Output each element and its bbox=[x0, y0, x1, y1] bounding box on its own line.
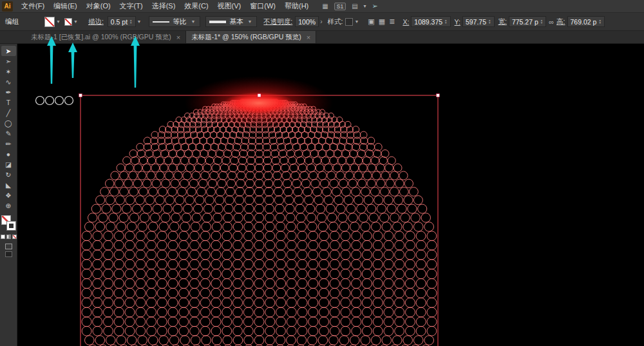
tab-title: 未标题-1 [已恢复].ai @ 100% (RGB/GPU 预览) bbox=[31, 33, 171, 42]
tab-close-icon[interactable]: × bbox=[176, 34, 180, 41]
fill-color-control[interactable]: ▼ bbox=[44, 17, 62, 27]
height-input[interactable]: 769.02 p ▲▼ bbox=[567, 16, 605, 27]
menu-item-5[interactable]: 选择(S) bbox=[147, 1, 180, 11]
share-icon[interactable]: ➢ bbox=[372, 2, 378, 10]
workspace-badge[interactable]: S1 bbox=[334, 3, 346, 10]
chevron-down-icon: ▼ bbox=[247, 19, 252, 24]
profile-preview-line bbox=[153, 21, 169, 23]
bounding-box-handle[interactable] bbox=[79, 94, 82, 97]
canvas-area[interactable] bbox=[17, 44, 644, 346]
style-swatch[interactable] bbox=[345, 18, 353, 26]
draw-normal-icon[interactable] bbox=[5, 244, 12, 249]
menu-items: 文件(F)编辑(E)对象(O)文字(T)选择(S)效果(C)视图(V)窗口(W)… bbox=[17, 1, 313, 11]
draw-mode-buttons bbox=[5, 244, 12, 257]
none-button[interactable] bbox=[12, 235, 17, 239]
stepper-icon[interactable]: ▲▼ bbox=[540, 19, 543, 24]
direct-selection-tool[interactable]: ➣ bbox=[1, 56, 16, 66]
chevron-down-icon[interactable]: ▾ bbox=[364, 3, 366, 9]
y-input[interactable]: 597.75 ▲▼ bbox=[462, 16, 495, 27]
line-segment-tool[interactable]: ╱ bbox=[1, 108, 16, 118]
x-input[interactable]: 1089.375 ▲▼ bbox=[411, 16, 450, 27]
menu-item-8[interactable]: 窗口(W) bbox=[245, 1, 280, 11]
panels-icon[interactable]: ▤ bbox=[352, 3, 357, 10]
color-button[interactable] bbox=[1, 235, 5, 239]
x-value: 1089.375 bbox=[414, 18, 442, 26]
opacity-label[interactable]: 不透明度: bbox=[263, 17, 292, 26]
align-icon[interactable]: ▦ bbox=[379, 17, 385, 26]
width-profile-dropdown[interactable]: 等比 ▼ bbox=[149, 16, 200, 27]
menu-bar: Ai 文件(F)编辑(E)对象(O)文字(T)选择(S)效果(C)视图(V)窗口… bbox=[0, 0, 644, 13]
profile-value: 等比 bbox=[173, 17, 186, 26]
stroke-color-control[interactable]: ▼ bbox=[64, 18, 79, 26]
y-value: 597.75 bbox=[466, 18, 486, 26]
constrain-proportions-link-icon[interactable]: ∞ bbox=[549, 18, 554, 26]
tab-bar: 未标题-1 [已恢复].ai @ 100% (RGB/GPU 预览)×未标题-1… bbox=[0, 31, 644, 44]
opacity-value: 100% bbox=[298, 18, 316, 26]
blob-brush-tool[interactable]: ● bbox=[1, 149, 16, 159]
stepper-icon[interactable]: ▲▼ bbox=[129, 19, 132, 24]
rotate-tool[interactable]: ↻ bbox=[1, 169, 16, 180]
document-tab-1[interactable]: 未标题-1 [已恢复].ai @ 100% (RGB/GPU 预览)× bbox=[26, 31, 186, 43]
opacity-input[interactable]: 100% bbox=[295, 16, 319, 27]
selection-type-label: 编组 bbox=[5, 17, 19, 26]
opacity-expand-icon[interactable]: › bbox=[320, 18, 322, 25]
bounding-box-handle[interactable] bbox=[258, 94, 261, 97]
stroke-swatch[interactable] bbox=[7, 222, 15, 230]
eraser-tool[interactable]: ◪ bbox=[1, 159, 16, 169]
menu-item-4[interactable]: 文字(T) bbox=[115, 1, 147, 11]
menu-item-1[interactable]: 文件(F) bbox=[17, 1, 49, 11]
stepper-icon[interactable]: ▲▼ bbox=[444, 19, 447, 24]
stroke-label[interactable]: 描边: bbox=[88, 17, 104, 26]
illustrator-logo: Ai bbox=[2, 1, 13, 12]
circle-sphere-artwork[interactable] bbox=[82, 99, 437, 346]
stroke-none-swatch[interactable] bbox=[64, 18, 72, 26]
magic-wand-tool[interactable]: ✶ bbox=[1, 66, 16, 77]
document-tab-2[interactable]: 未标题-1* @ 150% (RGB/GPU 预览)× bbox=[186, 31, 316, 43]
brush-definition-dropdown[interactable]: 基本 ▼ bbox=[205, 16, 257, 27]
screen-mode-icon[interactable] bbox=[5, 251, 12, 257]
arrange-icon[interactable]: ≣ bbox=[389, 17, 395, 26]
selection-tool[interactable]: ➤ bbox=[1, 46, 16, 56]
bounding-box-handle[interactable] bbox=[437, 94, 440, 97]
brush-value: 基本 bbox=[229, 17, 243, 26]
tab-close-icon[interactable]: × bbox=[307, 34, 310, 41]
type-tool[interactable]: T bbox=[1, 97, 16, 108]
width-label[interactable]: 宽: bbox=[498, 17, 507, 26]
stroke-weight-input[interactable]: 0.5 pt ▲▼ bbox=[108, 16, 136, 27]
document-setup-icon[interactable]: ▣ bbox=[368, 17, 374, 26]
gradient-button[interactable] bbox=[6, 235, 11, 239]
tool-panel: ➤➣✶∿✒T╱◯✎✏●◪↻◣❖⊕ bbox=[0, 44, 17, 346]
x-label[interactable]: X: bbox=[402, 18, 409, 26]
lasso-tool[interactable]: ∿ bbox=[1, 77, 16, 87]
hand-tool[interactable]: ❖ bbox=[1, 190, 16, 200]
paintbrush-tool[interactable]: ✎ bbox=[1, 128, 16, 139]
tab-title: 未标题-1* @ 150% (RGB/GPU 预览) bbox=[191, 33, 301, 42]
stepper-icon[interactable]: ▲▼ bbox=[488, 19, 491, 24]
pencil-tool[interactable]: ✏ bbox=[1, 139, 16, 149]
width-input[interactable]: 775.27 p ▲▼ bbox=[509, 16, 546, 27]
chevron-down-icon[interactable]: ▼ bbox=[73, 19, 78, 24]
chevron-down-icon[interactable]: ▼ bbox=[56, 19, 61, 24]
pen-tool[interactable]: ✒ bbox=[1, 87, 16, 97]
chevron-down-icon: ▼ bbox=[191, 19, 195, 24]
stroke-weight-dropdown-icon[interactable]: ▼ bbox=[137, 19, 142, 24]
stray-circles[interactable] bbox=[36, 97, 73, 105]
width-value: 775.27 p bbox=[512, 18, 538, 26]
ellipse-tool[interactable]: ◯ bbox=[1, 118, 16, 128]
menu-item-3[interactable]: 对象(O) bbox=[82, 1, 115, 11]
scale-tool[interactable]: ◣ bbox=[1, 180, 16, 190]
menu-item-9[interactable]: 帮助(H) bbox=[280, 1, 313, 11]
app-grid-icon[interactable]: ▦ bbox=[322, 3, 328, 10]
fill-none-swatch[interactable] bbox=[44, 17, 55, 27]
height-label[interactable]: 高: bbox=[556, 17, 565, 26]
stepper-icon[interactable]: ▲▼ bbox=[598, 19, 601, 24]
fill-stroke-indicator[interactable] bbox=[1, 215, 15, 230]
stroke-weight-value: 0.5 pt bbox=[111, 18, 128, 26]
brush-preview-line bbox=[209, 21, 226, 23]
zoom-tool[interactable]: ⊕ bbox=[1, 200, 16, 211]
menu-item-7[interactable]: 视图(V) bbox=[213, 1, 246, 11]
menu-item-6[interactable]: 效果(C) bbox=[180, 1, 213, 11]
menu-item-2[interactable]: 编辑(E) bbox=[49, 1, 82, 11]
chevron-down-icon[interactable]: ▼ bbox=[354, 19, 359, 24]
y-label[interactable]: Y: bbox=[455, 18, 460, 26]
